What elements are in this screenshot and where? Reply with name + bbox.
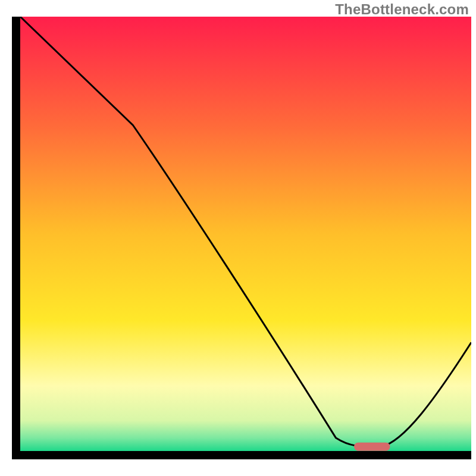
y-axis: [12, 17, 20, 459]
attribution-label: TheBottleneck.com: [335, 1, 469, 18]
plot-area: [12, 17, 471, 459]
highlight-marker: [354, 443, 390, 451]
chart-svg: [12, 17, 471, 459]
chart-container: TheBottleneck.com: [0, 0, 476, 476]
x-axis: [12, 451, 471, 459]
